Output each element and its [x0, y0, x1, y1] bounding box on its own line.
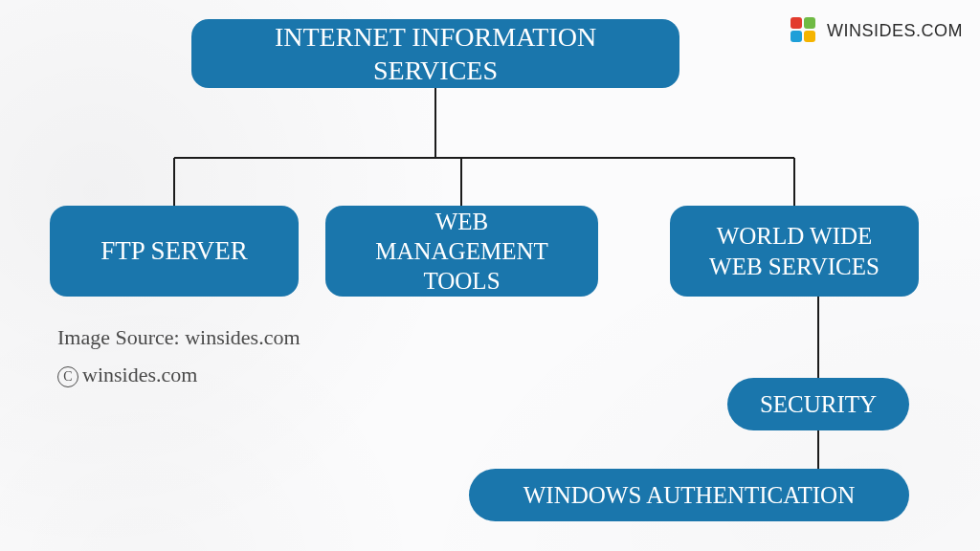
- node-label: FTP SERVER: [100, 235, 248, 268]
- brand-text: WINSIDES.COM: [827, 21, 963, 41]
- node-ftp-server: FTP SERVER: [50, 206, 299, 297]
- node-windows-authentication: WINDOWS AUTHENTICATION: [469, 469, 909, 521]
- node-world-wide-web-services: WORLD WIDE WEB SERVICES: [670, 206, 919, 297]
- copyright-text: winsides.com: [82, 363, 197, 386]
- brand-badge: WINSIDES.COM: [791, 17, 963, 44]
- node-label: WEB MANAGEMENT TOOLS: [346, 207, 577, 297]
- image-credit: Image Source: winsides.com Cwinsides.com: [57, 320, 301, 391]
- node-web-management-tools: WEB MANAGEMENT TOOLS: [325, 206, 598, 297]
- windows-logo-icon: [791, 17, 817, 44]
- copyright-line: Cwinsides.com: [57, 358, 301, 391]
- node-label: SECURITY: [760, 389, 877, 419]
- node-label: WORLD WIDE WEB SERVICES: [691, 221, 898, 281]
- image-source-line: Image Source: winsides.com: [57, 320, 301, 354]
- node-root-iis: INTERNET INFORMATION SERVICES: [191, 19, 679, 88]
- node-label: WINDOWS AUTHENTICATION: [523, 480, 855, 510]
- diagram-canvas: INTERNET INFORMATION SERVICES FTP SERVER…: [0, 0, 980, 551]
- copyright-icon: C: [57, 366, 78, 387]
- node-label: INTERNET INFORMATION SERVICES: [212, 20, 658, 87]
- node-security: SECURITY: [727, 378, 909, 430]
